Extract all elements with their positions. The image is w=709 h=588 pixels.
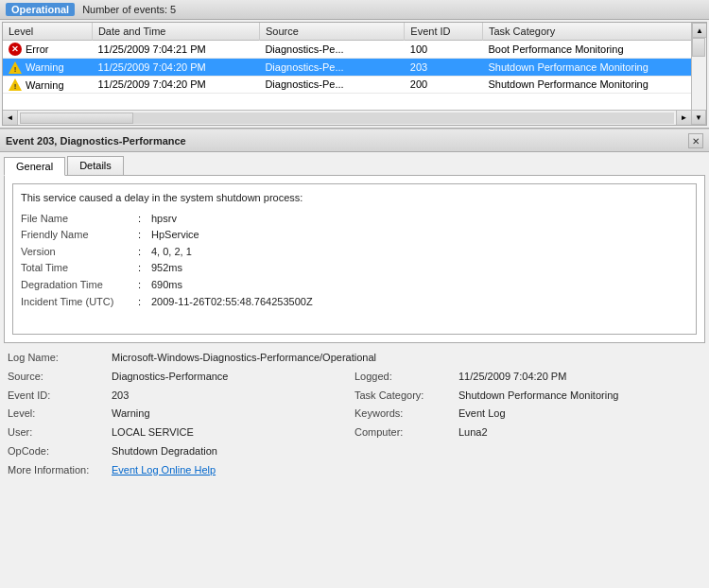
error-icon: ✕ (9, 43, 22, 56)
col-header-datetime: Date and Time (92, 23, 259, 41)
cell-eventid: 203 (405, 59, 483, 77)
desc-field-row: Friendly Name : HpService (21, 227, 688, 244)
top-bar: Operational Number of events: 5 (0, 0, 709, 20)
col-header-taskcategory: Task Category (482, 23, 705, 41)
meta-user-row: User: LOCAL SERVICE (8, 424, 354, 442)
desc-field-label: Friendly Name (21, 227, 134, 244)
meta-opcode-row: OpCode: Shutdown Degradation (8, 442, 354, 461)
meta-left-col: Source: Diagnostics-Performance Event ID… (8, 368, 354, 461)
meta-level-value: Warning (112, 405, 150, 424)
detail-panel: Event 203, Diagnostics-Performance ✕ Gen… (0, 130, 709, 588)
meta-logname-row: Log Name: Microsoft-Windows-Diagnostics-… (8, 349, 701, 368)
cell-taskcategory: Shutdown Performance Monitoring (482, 76, 705, 94)
cell-taskcategory: Boot Performance Monitoring (482, 41, 705, 59)
event-log-online-help-link[interactable]: Event Log Online Help (112, 461, 216, 480)
level-text: Error (26, 43, 48, 55)
meta-eventid-value: 203 (112, 387, 129, 406)
desc-field-value: HpService (151, 227, 199, 244)
desc-field-row: Version : 4, 0, 2, 1 (21, 244, 688, 261)
metadata-section: Log Name: Microsoft-Windows-Diagnostics-… (0, 343, 709, 486)
level-text: Warning (26, 79, 64, 91)
desc-field-label: Incident Time (UTC) (21, 294, 134, 311)
desc-field-row: Incident Time (UTC) : 2009-11-26T02:55:4… (21, 294, 688, 311)
scroll-up-btn[interactable]: ▲ (692, 23, 707, 38)
cell-source: Diagnostics-Pe... (259, 41, 404, 59)
tab-bar: General Details (0, 152, 709, 175)
desc-field-row: Degradation Time : 690ms (21, 277, 688, 294)
h-scroll-left[interactable]: ◄ (3, 111, 18, 126)
meta-grid: Source: Diagnostics-Performance Event ID… (8, 368, 701, 461)
desc-field-value: 690ms (151, 277, 182, 294)
operational-label: Operational (6, 3, 75, 16)
cell-datetime: 11/25/2009 7:04:21 PM (92, 41, 259, 59)
desc-field-value: 2009-11-26T02:55:48.764253500Z (151, 294, 313, 311)
meta-computer-value: Luna2 (458, 424, 488, 442)
level-text: Warning (26, 61, 64, 73)
meta-computer-label: Computer: (354, 424, 458, 442)
meta-right-col: Logged: 11/25/2009 7:04:20 PM Task Categ… (354, 368, 701, 461)
meta-source-value: Diagnostics-Performance (112, 368, 229, 387)
h-scroll-right[interactable]: ► (676, 111, 691, 126)
table-header-row: Level Date and Time Source Event ID Task… (3, 23, 706, 41)
description-fields: File Name : hpsrv Friendly Name : HpServ… (21, 211, 688, 311)
h-scroll-thumb[interactable] (20, 112, 133, 124)
scroll-thumb[interactable] (692, 38, 705, 57)
meta-user-label: User: (8, 424, 112, 442)
main-container: Operational Number of events: 5 Level Da… (0, 0, 709, 588)
meta-source-label: Source: (8, 368, 112, 387)
desc-field-value: 952ms (151, 260, 182, 277)
meta-opcode-label: OpCode: (8, 442, 112, 461)
meta-keywords-row: Keywords: Event Log (354, 405, 701, 424)
table-row[interactable]: ✕ Error 11/25/2009 7:04:21 PMDiagnostics… (3, 41, 706, 59)
tab-content-general: This service caused a delay in the syste… (4, 175, 705, 343)
table-row[interactable]: ! Warning 11/25/2009 7:04:20 PMDiagnosti… (3, 76, 706, 94)
desc-colon: : (138, 211, 147, 228)
meta-eventid-row: Event ID: 203 (8, 387, 354, 406)
desc-field-value: 4, 0, 2, 1 (151, 244, 192, 261)
tab-general[interactable]: General (4, 157, 65, 176)
meta-moreinfo-row: More Information: Event Log Online Help (8, 461, 701, 480)
scroll-down-btn[interactable]: ▼ (691, 110, 706, 125)
description-intro: This service caused a delay in the syste… (21, 190, 688, 207)
cell-eventid: 100 (405, 41, 483, 59)
event-count: Number of events: 5 (82, 4, 176, 15)
cell-taskcategory: Shutdown Performance Monitoring (482, 59, 705, 77)
meta-logname-label: Log Name: (8, 349, 112, 368)
meta-keywords-label: Keywords: (354, 405, 458, 424)
vertical-scrollbar[interactable]: ▲ ▼ (691, 23, 706, 125)
cell-level: ! Warning (3, 76, 92, 94)
meta-level-row: Level: Warning (8, 405, 354, 424)
meta-logged-row: Logged: 11/25/2009 7:04:20 PM (354, 368, 701, 387)
meta-user-value: LOCAL SERVICE (112, 424, 194, 442)
horizontal-scrollbar[interactable]: ◄ ► (3, 110, 691, 125)
table-row[interactable]: ! Warning 11/25/2009 7:04:20 PMDiagnosti… (3, 59, 706, 77)
cell-source: Diagnostics-Pe... (259, 59, 404, 77)
cell-level: ✕ Error (3, 41, 92, 59)
cell-datetime: 11/25/2009 7:04:20 PM (92, 76, 259, 94)
event-list-panel: Level Date and Time Source Event ID Task… (2, 22, 707, 126)
event-table: Level Date and Time Source Event ID Task… (3, 23, 706, 94)
meta-source-row: Source: Diagnostics-Performance (8, 368, 354, 387)
desc-colon: : (138, 244, 147, 261)
desc-field-row: Total Time : 952ms (21, 260, 688, 277)
close-button[interactable]: ✕ (688, 133, 703, 148)
meta-opcode-value: Shutdown Degradation (112, 442, 217, 461)
desc-colon: : (138, 277, 147, 294)
meta-logname-value: Microsoft-Windows-Diagnostics-Performanc… (112, 349, 376, 368)
meta-taskcategory-value: Shutdown Performance Monitoring (458, 387, 618, 406)
desc-field-row: File Name : hpsrv (21, 211, 688, 228)
tab-details[interactable]: Details (67, 156, 124, 175)
description-box: This service caused a delay in the syste… (12, 183, 697, 335)
desc-field-label: File Name (21, 211, 134, 228)
meta-logged-value: 11/25/2009 7:04:20 PM (458, 368, 566, 387)
meta-level-label: Level: (8, 405, 112, 424)
desc-field-label: Total Time (21, 260, 134, 277)
desc-colon: : (138, 260, 147, 277)
col-header-source: Source (259, 23, 404, 41)
desc-colon: : (138, 294, 147, 311)
meta-logged-label: Logged: (354, 368, 458, 387)
meta-computer-row: Computer: Luna2 (354, 424, 701, 442)
cell-datetime: 11/25/2009 7:04:20 PM (92, 59, 259, 77)
warning-icon: ! (9, 78, 22, 91)
scroll-track (692, 38, 706, 110)
